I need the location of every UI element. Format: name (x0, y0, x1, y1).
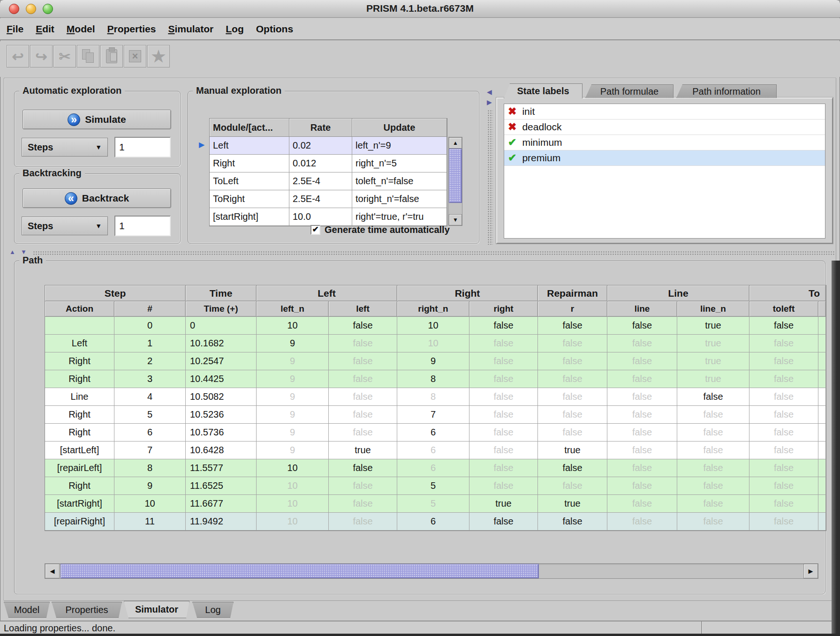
scroll-down-button[interactable]: ▼ (449, 214, 462, 225)
path-hscrollbar[interactable]: ◀ ▶ (45, 563, 818, 579)
manual-col-module[interactable]: Module/[act... (210, 119, 289, 137)
path-row[interactable]: [repairRight]1111.949210false6falsefalse… (45, 513, 826, 531)
path-cell: false (749, 335, 818, 352)
paste-button[interactable] (100, 45, 123, 67)
menu-log[interactable]: Log (226, 23, 243, 35)
manual-table-header: Module/[act... Rate Update (210, 119, 447, 137)
cut-button[interactable]: ✂ (53, 45, 76, 67)
manual-transition-row[interactable]: Left0.02left_n'=9 (210, 137, 447, 155)
state-label-item[interactable]: ✔minimum (504, 135, 825, 150)
path-column-header[interactable]: # (114, 301, 186, 317)
toolbar: ↩ ↪ ✂ × ★ (0, 41, 840, 77)
manual-transition-row[interactable]: ToLeft2.5E-4toleft_n'=false (210, 172, 447, 190)
path-row[interactable]: Right911.652510false5falsefalsefalsefals… (45, 477, 826, 495)
path-column-header[interactable]: right_n (397, 301, 469, 317)
copy-icon (82, 49, 94, 63)
path-row[interactable]: Right510.52369false7falsefalsefalsefalse… (45, 406, 826, 424)
menu-options[interactable]: Options (256, 23, 293, 35)
scroll-up-button[interactable]: ▲ (449, 137, 462, 149)
undo-button[interactable]: ↩ (7, 45, 29, 67)
generate-time-checkbox[interactable]: ✔ (310, 225, 320, 235)
path-cell-clipped (818, 317, 826, 335)
collapse-right-icon[interactable]: ▶ (487, 98, 492, 106)
manual-transition-row[interactable]: ToRight2.5E-4toright_n'=false (210, 190, 447, 208)
path-column-header[interactable]: left (329, 301, 397, 317)
menu-edit[interactable]: Edit (36, 23, 54, 35)
path-column-header[interactable]: r (538, 301, 607, 317)
path-row[interactable]: [repairLeft]811.557710false6falsefalsefa… (45, 459, 826, 477)
manual-col-update[interactable]: Update (352, 119, 447, 137)
path-cell: false (607, 513, 677, 531)
path-row[interactable]: [startLeft]710.64289true6falsetruefalsef… (45, 441, 826, 459)
path-cell: false (469, 388, 538, 406)
simulate-steps-input[interactable] (114, 137, 171, 157)
manual-transition-row[interactable]: [startRight]10.0right'=true, r'=tru (210, 208, 447, 226)
path-column-header[interactable]: toleft (749, 301, 818, 317)
menu-simulator[interactable]: Simulator (168, 23, 213, 35)
collapse-down-icon[interactable]: ▼ (21, 248, 27, 255)
state-label-item[interactable]: ✔premium (504, 150, 825, 166)
tab-model-label: Model (14, 605, 39, 615)
simulate-button[interactable]: » Simulate (23, 110, 171, 129)
path-table: StepTimeLeftRightRepairmanLineToAction#T… (45, 285, 826, 531)
favorite-button[interactable]: ★ (147, 45, 170, 67)
collapse-up-icon[interactable]: ▲ (9, 248, 15, 255)
tab-log[interactable]: Log (192, 602, 234, 618)
redo-button[interactable]: ↪ (30, 45, 53, 67)
backtrack-steps-input[interactable] (114, 216, 171, 236)
star-icon: ★ (151, 47, 166, 66)
scroll-left-button[interactable]: ◀ (45, 564, 60, 578)
path-row[interactable]: [startRight]1011.667710false5truetruefal… (45, 495, 826, 513)
delete-icon: × (129, 50, 141, 62)
manual-transition-row[interactable]: Right0.012right_n'=5 (210, 155, 447, 172)
tab-state-labels[interactable]: State labels (504, 83, 583, 98)
panel-splitter-vertical[interactable]: ◀ ▶ (486, 82, 494, 245)
path-column-header[interactable]: line_n (677, 301, 749, 317)
path-row[interactable]: Right210.25479false9falsefalsefalsetruef… (45, 352, 826, 370)
backtrack-button[interactable]: « Backtrack (23, 188, 171, 208)
path-group-header-time: Time (186, 285, 257, 301)
path-column-header[interactable]: line (607, 301, 677, 317)
path-column-header[interactable] (818, 301, 826, 317)
checkbox-check-icon: ✔ (312, 225, 318, 234)
path-column-header[interactable]: left_n (257, 301, 329, 317)
manual-scrollbar-thumb[interactable] (449, 149, 462, 203)
path-scrollbar-thumb[interactable] (61, 564, 539, 578)
path-cell: false (538, 459, 607, 477)
backtrack-steps-select[interactable]: Steps ▼ (22, 217, 108, 235)
manual-table-scrollbar[interactable]: ▲ ▼ (448, 137, 462, 226)
tab-path-information[interactable]: Path information (676, 84, 777, 98)
panel-splitter-horizontal[interactable]: ▲ ▼ (4, 247, 836, 258)
path-row[interactable]: Right310.44259false8falsefalsefalsetruef… (45, 370, 826, 388)
path-cell: 10 (257, 477, 329, 495)
path-row[interactable]: 0010false10falsefalsefalsetruefalse (45, 317, 826, 335)
state-label-item[interactable]: ✖deadlock (504, 120, 825, 135)
path-column-header[interactable]: Time (+) (186, 301, 257, 317)
path-cell-clipped (818, 388, 826, 406)
menu-properties[interactable]: Properties (107, 23, 156, 35)
path-row[interactable]: Line410.50829false8falsefalsefalsefalsef… (45, 388, 826, 406)
path-row[interactable]: Right610.57369false6falsefalsefalsefalse… (45, 424, 826, 441)
tab-model[interactable]: Model (4, 602, 50, 618)
menu-file[interactable]: File (7, 23, 23, 35)
path-cell-clipped (818, 335, 826, 352)
tab-path-formulae[interactable]: Path formulae (585, 84, 674, 98)
state-label-item[interactable]: ✖init (504, 104, 825, 120)
collapse-left-icon[interactable]: ◀ (487, 88, 492, 96)
path-row[interactable]: Left110.16829false10falsefalsefalsetruef… (45, 335, 826, 352)
simulate-steps-select[interactable]: Steps ▼ (22, 138, 108, 157)
delete-button[interactable]: × (124, 45, 146, 67)
scroll-right-button[interactable]: ▶ (803, 564, 818, 578)
path-cell: false (607, 495, 677, 513)
tab-simulator[interactable]: Simulator (124, 601, 189, 618)
manual-cell-update: toleft_n'=false (352, 172, 447, 190)
tab-properties[interactable]: Properties (52, 602, 122, 618)
menu-model[interactable]: Model (67, 23, 95, 35)
path-cell: true (538, 495, 607, 513)
path-cell: 9 (257, 335, 329, 352)
path-cell: false (469, 424, 538, 441)
path-column-header[interactable]: right (469, 301, 538, 317)
path-column-header[interactable]: Action (45, 301, 114, 317)
manual-col-rate[interactable]: Rate (289, 119, 352, 137)
copy-button[interactable] (77, 45, 99, 67)
